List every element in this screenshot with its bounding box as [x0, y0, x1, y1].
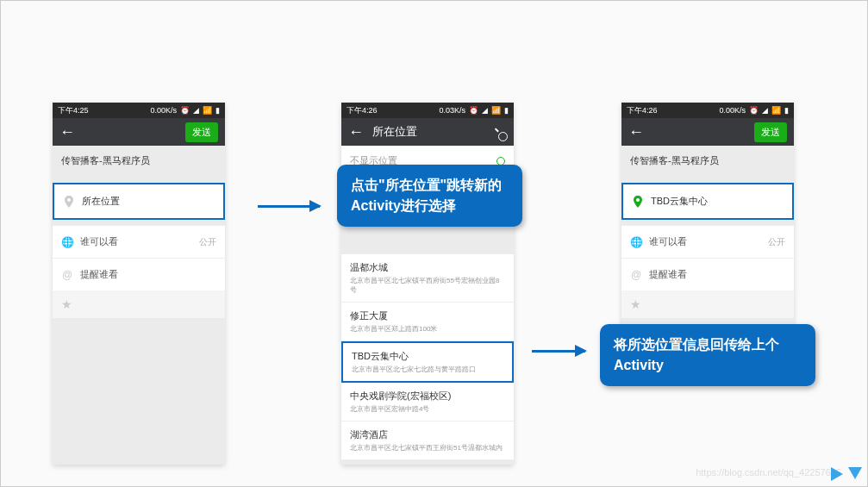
visibility-label: 谁可以看 [649, 235, 761, 248]
triangle-right-icon [831, 467, 843, 481]
back-icon[interactable]: ← [348, 123, 364, 141]
phone-screen-2: 下午4:26 0.03K/s ⏰ ◢ 📶 ▮ ← 所在位置 不显示位置 温都水城… [341, 103, 514, 465]
location-addr: 北京市昌平区郑上路西100米 [350, 324, 505, 334]
status-time: 下午4:26 [347, 105, 378, 116]
location-row[interactable]: TBD云集中心 [621, 183, 794, 220]
location-text: TBD云集中心 [651, 195, 784, 208]
nav-bar: ← 发送 [53, 118, 225, 146]
watermark: https://blog.csdn.net/qq_42257666 [696, 467, 841, 478]
remind-row[interactable]: @ 提醒谁看 [621, 258, 794, 290]
location-item[interactable]: 湖湾酒店 北京市昌平区北七家镇平西王府街51号温都水城内 [341, 421, 514, 460]
battery-icon: ▮ [504, 106, 509, 115]
status-time: 下午4:25 [58, 105, 89, 116]
location-addr: 北京市昌平区北七家七北路与黄平路路口 [352, 365, 503, 374]
triangle-down-icon [848, 467, 862, 479]
status-speed: 0.03K/s [439, 106, 465, 115]
location-item[interactable]: 修正大厦 北京市昌平区郑上路西100米 [341, 303, 514, 341]
location-addr: 北京市昌平区北七家镇平西府街55号宏福创业园8号 [350, 276, 505, 295]
visibility-row[interactable]: 🌐 谁可以看 公开 [53, 225, 225, 258]
location-addr: 北京市昌平区北七家镇平西王府街51号温都水城内 [350, 443, 505, 453]
callout-1: 点击"所在位置"跳转新的Activity进行选择 [337, 165, 522, 227]
visibility-value: 公开 [768, 236, 785, 248]
battery-icon: ▮ [215, 106, 220, 115]
status-bar: 下午4:25 0.00K/s ⏰ ◢ 📶 ▮ [53, 103, 225, 118]
arrow-2 [532, 350, 585, 353]
nav-bar: ← 所在位置 [341, 118, 514, 146]
corner-decorations [831, 467, 862, 481]
remind-label: 提醒谁看 [649, 268, 785, 281]
location-text: 所在位置 [82, 195, 215, 208]
globe-icon: 🌐 [630, 236, 642, 248]
back-icon[interactable]: ← [59, 123, 75, 141]
mention-icon: @ [61, 269, 73, 281]
location-pin-icon [632, 196, 644, 208]
status-bar: 下午4:26 0.00K/s ⏰ ◢ 📶 ▮ [621, 103, 794, 118]
phone-screen-3: 下午4:26 0.00K/s ⏰ ◢ 📶 ▮ ← 发送 传智播客-黑马程序员 T… [621, 103, 794, 361]
remind-label: 提醒谁看 [80, 268, 216, 281]
visibility-row[interactable]: 🌐 谁可以看 公开 [621, 225, 794, 258]
star-row[interactable]: ★ [53, 290, 225, 318]
arrow-1 [258, 205, 320, 208]
location-name: 中央戏剧学院(宏福校区) [350, 390, 505, 403]
alarm-icon: ⏰ [180, 106, 190, 115]
signal-icon: 📶 [203, 106, 212, 115]
visibility-label: 谁可以看 [80, 235, 192, 248]
location-name: 湖湾酒店 [350, 428, 505, 441]
visibility-value: 公开 [199, 236, 216, 248]
globe-icon: 🌐 [61, 236, 73, 248]
status-bar: 下午4:26 0.03K/s ⏰ ◢ 📶 ▮ [341, 103, 514, 118]
remind-row[interactable]: @ 提醒谁看 [53, 258, 225, 290]
alarm-icon: ⏰ [469, 106, 478, 115]
location-item[interactable]: 温都水城 北京市昌平区北七家镇平西府街55号宏福创业园8号 [341, 254, 514, 303]
star-row[interactable]: ★ [621, 290, 794, 318]
location-name: 修正大厦 [350, 309, 505, 322]
alarm-icon: ⏰ [749, 106, 759, 115]
location-addr: 北京市昌平区宏福中路4号 [350, 404, 505, 414]
radio-selected-icon [496, 157, 505, 165]
user-label: 传智播客-黑马程序员 [53, 146, 225, 176]
location-item-selected[interactable]: TBD云集中心 北京市昌平区北七家七北路与黄平路路口 [341, 341, 514, 383]
back-icon[interactable]: ← [628, 123, 644, 141]
status-speed: 0.00K/s [719, 106, 746, 115]
battery-icon: ▮ [784, 106, 789, 115]
status-time: 下午4:26 [627, 105, 658, 116]
mention-icon: @ [630, 269, 642, 281]
signal-icon: 📶 [491, 106, 501, 115]
phone-screen-1: 下午4:25 0.00K/s ⏰ ◢ 📶 ▮ ← 发送 传智播客-黑马程序员 所… [53, 103, 225, 465]
wifi-icon: ◢ [482, 106, 488, 115]
wifi-icon: ◢ [762, 106, 768, 115]
send-button[interactable]: 发送 [185, 122, 218, 142]
signal-icon: 📶 [771, 106, 781, 115]
location-name: TBD云集中心 [352, 350, 503, 363]
user-label: 传智播客-黑马程序员 [621, 146, 794, 176]
status-speed: 0.00K/s [150, 106, 177, 115]
nav-bar: ← 发送 [621, 118, 794, 146]
location-item[interactable]: 中央戏剧学院(宏福校区) 北京市昌平区宏福中路4号 [341, 383, 514, 421]
location-row[interactable]: 所在位置 [53, 183, 225, 220]
location-pin-icon [63, 196, 75, 208]
send-button[interactable]: 发送 [754, 122, 787, 142]
location-name: 温都水城 [350, 261, 505, 274]
nav-title: 所在位置 [372, 124, 481, 140]
wifi-icon: ◢ [193, 106, 199, 115]
callout-2: 将所选位置信息回传给上个Activity [600, 324, 815, 386]
